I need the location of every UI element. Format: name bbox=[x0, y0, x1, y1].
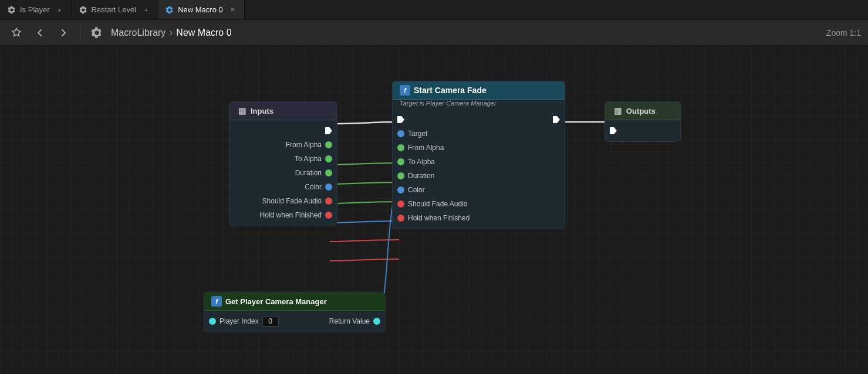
scf-to-alpha-dot bbox=[397, 158, 404, 165]
scf-from-alpha-pin: From Alpha bbox=[393, 141, 565, 155]
start-camera-fade-body: Target From Alpha To Alpha Duration Colo… bbox=[393, 109, 565, 229]
gpcm-player-index-dot bbox=[209, 318, 216, 325]
scf-color-dot bbox=[397, 186, 404, 193]
scf-target-dot bbox=[397, 130, 404, 137]
start-camera-fade-header: f Start Camera Fade bbox=[393, 81, 565, 100]
inputs-title: Inputs bbox=[251, 107, 273, 115]
inputs-node-body: From Alpha To Alpha Duration Color Shoul… bbox=[229, 120, 337, 226]
scf-target-label: Target bbox=[408, 130, 427, 138]
inputs-duration-pin: Duration bbox=[229, 166, 337, 180]
scf-color-pin: Color bbox=[393, 183, 565, 197]
gpcm-header: f Get Player Camera Manager bbox=[204, 293, 385, 311]
gpcm-player-index-row: Player Index Return Value bbox=[204, 314, 385, 328]
blueprint-canvas[interactable]: ▤ Inputs From Alpha To Alpha Duration bbox=[0, 46, 868, 374]
inputs-from-alpha-label: From Alpha bbox=[286, 141, 322, 149]
start-camera-fade-node[interactable]: f Start Camera Fade Target is Player Cam… bbox=[392, 81, 565, 229]
gpcm-return-value-label: Return Value bbox=[329, 317, 370, 325]
gear-icon-tab2 bbox=[79, 5, 88, 15]
inputs-exec-out bbox=[325, 127, 332, 134]
scf-to-alpha-pin: To Alpha bbox=[393, 155, 565, 169]
tab-restart-level[interactable]: Restart Level + bbox=[72, 0, 158, 19]
start-camera-fade-subtitle: Target is Player Camera Manager bbox=[393, 100, 565, 109]
scf-exec-in bbox=[397, 116, 404, 123]
tab-label-is-player: Is Player bbox=[20, 5, 50, 14]
gpcm-return-value-dot bbox=[373, 318, 380, 325]
star-button[interactable] bbox=[7, 23, 26, 42]
inputs-node-header: ▤ Inputs bbox=[229, 102, 337, 120]
scf-target-pin: Target bbox=[393, 127, 565, 141]
back-button[interactable] bbox=[31, 23, 49, 42]
tab-close-is-player[interactable]: + bbox=[56, 6, 64, 14]
scf-duration-dot bbox=[397, 172, 404, 179]
outputs-icon: ▥ bbox=[612, 106, 623, 116]
scf-should-fade-pin: Should Fade Audio bbox=[393, 197, 565, 211]
inputs-to-alpha-dot bbox=[325, 155, 332, 162]
outputs-body bbox=[605, 120, 680, 141]
inputs-hold-label: Hold when Finished bbox=[260, 211, 322, 219]
scf-should-fade-label: Should Fade Audio bbox=[408, 200, 467, 208]
breadcrumb-current: New Macro 0 bbox=[176, 28, 231, 38]
inputs-color-dot bbox=[325, 183, 332, 191]
tab-bar: Is Player + Restart Level + New Macro 0 … bbox=[0, 0, 868, 20]
tab-close-restart-level[interactable]: + bbox=[142, 6, 150, 14]
gpcm-title: Get Player Camera Manager bbox=[225, 297, 327, 306]
scf-exec-out bbox=[553, 116, 560, 123]
scf-hold-pin: Hold when Finished bbox=[393, 211, 565, 225]
scf-to-alpha-label: To Alpha bbox=[408, 158, 435, 166]
inputs-from-alpha-pin: From Alpha bbox=[229, 138, 337, 152]
start-camera-fade-title: Start Camera Fade bbox=[414, 86, 487, 95]
tab-new-macro[interactable]: New Macro 0 ✕ bbox=[158, 0, 245, 19]
inputs-color-label: Color bbox=[305, 183, 322, 191]
gear-icon-tab3 bbox=[165, 5, 174, 15]
inputs-to-alpha-label: To Alpha bbox=[295, 155, 322, 163]
scf-hold-label: Hold when Finished bbox=[408, 214, 470, 222]
inputs-exec-pin bbox=[229, 124, 337, 138]
outputs-exec-in bbox=[610, 127, 617, 134]
tab-close-new-macro[interactable]: ✕ bbox=[229, 6, 237, 14]
scf-should-fade-dot bbox=[397, 200, 404, 208]
inputs-duration-dot bbox=[325, 169, 332, 176]
inputs-to-alpha-pin: To Alpha bbox=[229, 152, 337, 166]
toolbar-divider bbox=[80, 26, 80, 40]
inputs-should-fade-dot bbox=[325, 198, 332, 205]
tab-label-restart-level: Restart Level bbox=[92, 5, 137, 14]
inputs-hold-pin: Hold when Finished bbox=[229, 208, 337, 222]
inputs-from-alpha-dot bbox=[325, 141, 332, 148]
inputs-should-fade-label: Should Fade Audio bbox=[262, 197, 322, 205]
inputs-hold-dot bbox=[325, 212, 332, 219]
func-icon-gpcm: f bbox=[211, 296, 222, 307]
inputs-color-pin: Color bbox=[229, 180, 337, 194]
toolbar: MacroLibrary › New Macro 0 Zoom 1:1 bbox=[0, 20, 868, 46]
scf-color-label: Color bbox=[408, 186, 425, 194]
inputs-should-fade-pin: Should Fade Audio bbox=[229, 194, 337, 208]
inputs-node[interactable]: ▤ Inputs From Alpha To Alpha Duration bbox=[229, 101, 337, 226]
gpcm-body: Player Index Return Value bbox=[204, 311, 385, 332]
outputs-exec-pin bbox=[605, 124, 680, 138]
scf-from-alpha-label: From Alpha bbox=[408, 144, 444, 152]
func-icon-camera: f bbox=[400, 85, 410, 96]
gear-button[interactable] bbox=[87, 23, 106, 42]
outputs-title: Outputs bbox=[626, 107, 656, 115]
outputs-header: ▥ Outputs bbox=[605, 102, 680, 120]
zoom-label: Zoom 1:1 bbox=[826, 28, 861, 38]
scf-from-alpha-dot bbox=[397, 144, 404, 151]
gear-icon-tab1 bbox=[7, 5, 16, 15]
forward-button[interactable] bbox=[54, 23, 73, 42]
gpcm-player-index-input[interactable] bbox=[262, 316, 279, 327]
breadcrumb-root: MacroLibrary bbox=[111, 28, 166, 38]
gpcm-player-index-label: Player Index bbox=[219, 317, 259, 325]
scf-duration-label: Duration bbox=[408, 172, 434, 180]
breadcrumb-separator: › bbox=[169, 26, 173, 39]
scf-exec-row bbox=[393, 113, 565, 127]
breadcrumb: MacroLibrary › New Macro 0 bbox=[111, 26, 232, 39]
scf-hold-dot bbox=[397, 215, 404, 222]
outputs-node[interactable]: ▥ Outputs bbox=[604, 101, 681, 142]
scf-duration-pin: Duration bbox=[393, 169, 565, 183]
get-player-camera-manager-node[interactable]: f Get Player Camera Manager Player Index… bbox=[204, 292, 386, 332]
inputs-duration-label: Duration bbox=[295, 169, 322, 177]
inputs-icon: ▤ bbox=[237, 106, 247, 116]
tab-label-new-macro: New Macro 0 bbox=[178, 5, 223, 14]
tab-is-player[interactable]: Is Player + bbox=[0, 0, 72, 19]
